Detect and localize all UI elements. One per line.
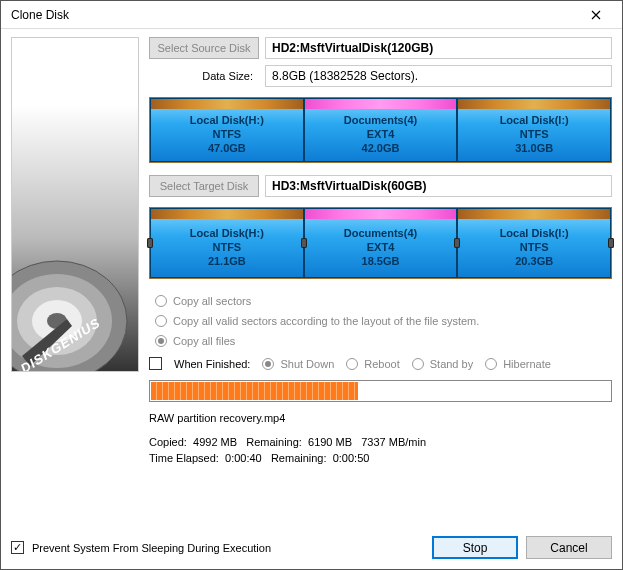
partition-fs: NTFS xyxy=(520,128,549,142)
partition-name: Documents(4) xyxy=(344,227,417,241)
data-size-label: Data Size: xyxy=(149,70,259,82)
resize-handle[interactable] xyxy=(608,208,614,278)
finish-standby-radio[interactable]: Stand by xyxy=(412,358,473,370)
partition-size: 21.1GB xyxy=(208,255,246,269)
target-partition-map: Local Disk(H:) NTFS 21.1GB Documents(4) … xyxy=(149,207,612,279)
copy-stats-line: Copied: 4992 MB Remaining: 6190 MB 7337 … xyxy=(149,436,612,448)
window-title: Clone Disk xyxy=(11,8,69,22)
target-partition-1[interactable]: Documents(4) EXT4 18.5GB xyxy=(304,208,458,278)
partition-size: 18.5GB xyxy=(362,255,400,269)
select-target-disk-button[interactable]: Select Target Disk xyxy=(149,175,259,197)
partition-fs: EXT4 xyxy=(367,128,395,142)
source-partition-map: Local Disk(H:) NTFS 47.0GB Documents(4) … xyxy=(149,97,612,163)
clone-disk-dialog: Clone Disk DISKGENIUS Select Source Dis xyxy=(0,0,623,570)
source-partition-0[interactable]: Local Disk(H:) NTFS 47.0GB xyxy=(150,98,304,162)
partition-name: Local Disk(H:) xyxy=(190,114,264,128)
finish-shutdown-radio[interactable]: Shut Down xyxy=(262,358,334,370)
when-finished-checkbox[interactable] xyxy=(149,357,162,370)
prevent-sleep-checkbox[interactable] xyxy=(11,541,24,554)
partition-name: Local Disk(I:) xyxy=(500,227,569,241)
disk-illustration: DISKGENIUS xyxy=(11,37,139,372)
copy-all-sectors-radio[interactable]: Copy all sectors xyxy=(155,295,612,307)
cancel-button[interactable]: Cancel xyxy=(526,536,612,559)
select-source-disk-button[interactable]: Select Source Disk xyxy=(149,37,259,59)
partition-fs: EXT4 xyxy=(367,241,395,255)
time-stats-line: Time Elapsed: 0:00:40 Remaining: 0:00:50 xyxy=(149,452,612,464)
partition-name: Local Disk(I:) xyxy=(500,114,569,128)
data-size-value: 8.8GB (18382528 Sectors). xyxy=(265,65,612,87)
current-file: RAW partition recovery.mp4 xyxy=(149,412,612,424)
target-partition-0[interactable]: Local Disk(H:) NTFS 21.1GB xyxy=(150,208,304,278)
close-icon xyxy=(591,10,601,20)
partition-fs: NTFS xyxy=(212,241,241,255)
sidebar-illustration: DISKGENIUS xyxy=(11,37,139,520)
source-partition-2[interactable]: Local Disk(I:) NTFS 31.0GB xyxy=(457,98,611,162)
target-disk-value: HD3:MsftVirtualDisk(60GB) xyxy=(265,175,612,197)
source-partition-1[interactable]: Documents(4) EXT4 42.0GB xyxy=(304,98,458,162)
resize-handle[interactable] xyxy=(147,208,153,278)
finish-reboot-radio[interactable]: Reboot xyxy=(346,358,399,370)
stop-button[interactable]: Stop xyxy=(432,536,518,559)
close-button[interactable] xyxy=(576,3,616,27)
titlebar: Clone Disk xyxy=(1,1,622,29)
finish-hibernate-radio[interactable]: Hibernate xyxy=(485,358,551,370)
partition-size: 47.0GB xyxy=(208,142,246,156)
resize-handle[interactable] xyxy=(301,208,307,278)
copy-valid-sectors-radio[interactable]: Copy all valid sectors according to the … xyxy=(155,315,612,327)
source-disk-value: HD2:MsftVirtualDisk(120GB) xyxy=(265,37,612,59)
partition-name: Documents(4) xyxy=(344,114,417,128)
partition-size: 42.0GB xyxy=(362,142,400,156)
resize-handle[interactable] xyxy=(454,208,460,278)
progress-bar xyxy=(149,380,612,402)
partition-size: 31.0GB xyxy=(515,142,553,156)
when-finished-label: When Finished: xyxy=(174,358,250,370)
copy-all-files-radio[interactable]: Copy all files xyxy=(155,335,612,347)
target-partition-2[interactable]: Local Disk(I:) NTFS 20.3GB xyxy=(457,208,611,278)
partition-name: Local Disk(H:) xyxy=(190,227,264,241)
prevent-sleep-label: Prevent System From Sleeping During Exec… xyxy=(32,542,271,554)
partition-size: 20.3GB xyxy=(515,255,553,269)
partition-fs: NTFS xyxy=(520,241,549,255)
partition-fs: NTFS xyxy=(212,128,241,142)
